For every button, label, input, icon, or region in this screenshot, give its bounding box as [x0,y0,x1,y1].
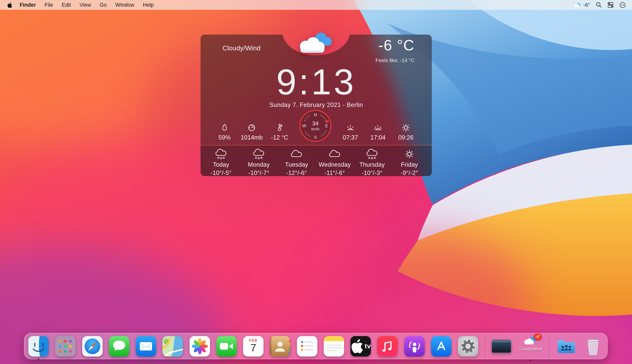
menu-go[interactable]: Go [95,2,111,8]
dock-item-maps[interactable] [163,336,183,356]
dock-item-app-store[interactable] [431,336,451,356]
minimized-window-thumbnail [492,340,511,353]
trash-icon [584,336,602,356]
sun-icon [403,148,416,160]
status-weather[interactable]: -6° [574,2,590,8]
menu-view[interactable]: View [75,2,95,8]
snow-cloud-icon [252,148,265,160]
dock-item-facetime[interactable] [216,336,237,356]
menu-extra-circle-icon[interactable] [619,2,626,8]
contacts-icon [270,336,290,356]
safari-icon [82,336,103,356]
stat-sunset: 17:04 [363,123,393,141]
humidity-icon [220,123,229,132]
menu-file[interactable]: File [40,2,58,8]
cloud-weather-icon [293,28,340,56]
weather-badge: -6° [534,333,542,340]
stat-temperature: -12 °C [265,123,295,141]
compass-s: S [314,135,317,139]
weather-app-label: Cloudy/Wind [519,346,541,351]
cloud-icon [290,148,303,160]
dock-item-calendar[interactable]: FEB 7 [243,336,264,356]
messages-icon [109,336,129,356]
dock-item-minimized-window[interactable] [492,336,512,356]
forecast-today: Today -10°/-5° [203,148,239,176]
dock-item-music[interactable] [377,336,398,356]
apple-logo-icon [350,336,363,356]
compass-w: W [302,124,306,128]
dock-item-finder[interactable] [28,336,49,356]
forecast-tuesday: Tuesday -12°/-6° [279,148,314,176]
dock-item-mail[interactable] [136,336,156,356]
dock-item-weather[interactable]: -6° Cloudy/Wind [518,335,543,358]
facetime-icon [216,336,237,356]
stat-pressure: 1014mb [237,123,267,141]
gear-icon [458,336,478,356]
menu-help[interactable]: Help [139,2,158,8]
menu-finder[interactable]: Finder [15,2,40,8]
apple-tv-icon: tv [350,336,371,356]
calendar-month: FEB [249,338,258,342]
menu-edit[interactable]: Edit [58,2,75,8]
dock-item-apple-tv[interactable]: tv [350,336,371,356]
sunrise-icon [346,123,355,132]
running-indicator [38,358,39,360]
photos-icon [189,336,210,356]
apple-logo-icon [7,2,12,8]
dock-item-photos[interactable] [189,336,210,356]
calendar-icon: FEB 7 [243,336,264,356]
dock-separator [485,336,485,356]
menu-window[interactable]: Window [111,2,139,8]
clock-time: 9:13 [201,64,432,100]
shared-folder-icon [556,336,576,356]
notes-icon [324,336,344,356]
forecast-wednesday: Wednesday -11°/-6° [317,148,352,176]
dock-item-contacts[interactable] [270,336,290,356]
reminders-icon [297,336,317,356]
dock-item-trash[interactable] [583,336,603,356]
calendar-day: 7 [250,342,256,353]
stat-humidity: 59% [210,123,240,141]
sunset-icon [373,123,383,132]
app-menus: Finder File Edit View Go Window Help [15,2,158,8]
dock-item-system-preferences[interactable] [458,336,478,356]
maps-icon [163,336,183,356]
finder-icon [28,336,49,356]
wind-unit: km/h [311,127,319,131]
thermometer-icon [275,123,284,132]
dock-item-notes[interactable] [324,336,344,356]
menu-bar-status: -6° [574,2,626,8]
cloud-icon [328,148,341,160]
forecast-friday: Friday -9°/-2° [392,148,427,176]
apple-menu[interactable] [6,2,15,8]
forecast-thursday: Thursday -10°/-3° [354,148,390,176]
dock-item-launchpad[interactable] [55,336,76,356]
dock-item-safari[interactable] [82,336,103,356]
spotlight-search-icon[interactable] [596,2,602,8]
forecast-strip: Today -10°/-5° Monday -10°/-7° [201,145,432,176]
compass-e: E [325,124,328,128]
menu-bar: Finder File Edit View Go Window Help -6° [0,0,632,10]
stat-daylight: 09:26 [391,123,421,141]
dock-item-messages[interactable] [109,336,129,356]
feels-like: Feels like: -14 °C [376,58,414,63]
compass-n: N [314,112,317,117]
snow-cloud-icon [365,148,379,160]
dock-item-shared-folder[interactable] [556,336,576,356]
running-indicator [530,360,531,361]
forecast-monday: Monday -10°/-7° [241,148,276,176]
dock-item-podcasts[interactable] [404,336,425,356]
podcasts-icon [404,336,425,356]
clock-date: Sunday 7. February 2021 - Berlin [201,102,432,108]
weather-condition: Cloudy/Wind [223,44,261,52]
dock-separator [549,336,550,356]
current-temperature: -6 °C [378,37,414,54]
dock-item-reminders[interactable] [297,336,317,356]
launchpad-icon [55,336,76,356]
wind-compass: N E S W 34 km/h [299,109,332,142]
weather-cloud-icon [574,2,581,8]
stat-sunrise: 07:37 [335,123,365,141]
control-center-icon[interactable] [608,2,613,8]
wind-speed: 34 [312,120,319,126]
dock: FEB 7 [24,333,608,359]
